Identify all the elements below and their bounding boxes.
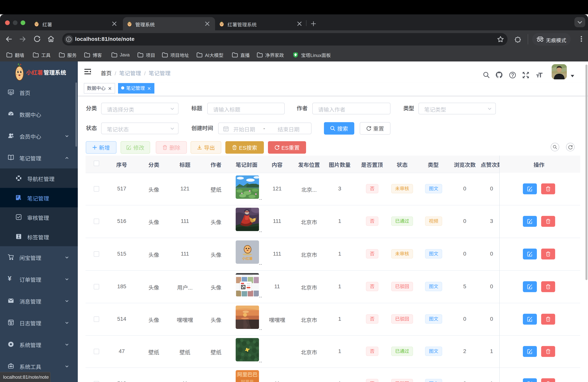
svg-text:阿里巴: 阿里巴	[241, 378, 254, 382]
svg-text:阿里巴巴: 阿里巴巴	[237, 371, 257, 378]
svg-text:小红薯: 小红薯	[242, 256, 252, 261]
